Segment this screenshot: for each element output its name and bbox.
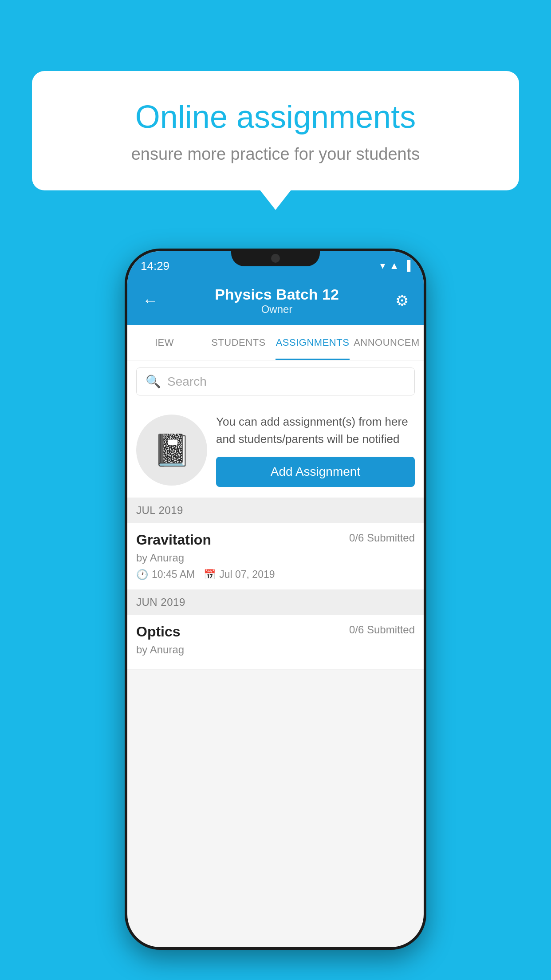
assignment-name-optics: Optics <box>136 624 181 640</box>
tab-assignments[interactable]: ASSIGNMENTS <box>276 325 350 360</box>
phone-notch <box>231 249 320 266</box>
calendar-icon: 📅 <box>204 569 216 581</box>
phone-frame: 14:29 ▾ ▲ ▐ ← Physics Batch 12 Owner ⚙ I… <box>125 249 426 950</box>
wifi-icon: ▾ <box>380 260 385 272</box>
assignment-submitted-optics: 0/6 Submitted <box>349 624 415 636</box>
app-bar-subtitle: Owner <box>163 303 391 316</box>
phone-camera <box>271 254 280 263</box>
assignment-by: by Anurag <box>136 552 415 564</box>
assignment-by-optics: by Anurag <box>136 644 415 656</box>
promo-section: 📓 You can add assignment(s) from here an… <box>127 403 424 498</box>
signal-icon: ▲ <box>390 260 399 272</box>
promo-text: You can add assignment(s) from here and … <box>216 413 415 448</box>
clock-icon: 🕐 <box>136 569 148 581</box>
table-row[interactable]: Gravitation 0/6 Submitted by Anurag 🕐 10… <box>127 523 424 590</box>
add-assignment-button[interactable]: Add Assignment <box>216 457 415 487</box>
assignment-header-optics: Optics 0/6 Submitted <box>136 624 415 640</box>
battery-icon: ▐ <box>403 260 410 272</box>
back-button[interactable]: ← <box>138 287 163 314</box>
speech-bubble-container: Online assignments ensure more practice … <box>32 71 519 190</box>
assignment-time-value: 10:45 AM <box>152 569 195 581</box>
assignment-date: 📅 Jul 07, 2019 <box>204 569 275 581</box>
tab-iew-label: IEW <box>155 337 174 348</box>
search-input-wrapper[interactable]: 🔍 Search <box>136 368 415 395</box>
month-header-jul: JUL 2019 <box>127 498 424 523</box>
notebook-icon: 📓 <box>153 432 191 468</box>
status-icons: ▾ ▲ ▐ <box>380 260 410 272</box>
assignment-time: 🕐 10:45 AM <box>136 569 195 581</box>
settings-button[interactable]: ⚙ <box>391 287 413 314</box>
assignment-submitted: 0/6 Submitted <box>349 532 415 544</box>
speech-bubble-subtitle: ensure more practice for your students <box>63 145 488 164</box>
assignment-meta: 🕐 10:45 AM 📅 Jul 07, 2019 <box>136 569 415 581</box>
promo-content: You can add assignment(s) from here and … <box>216 413 415 487</box>
assignment-name: Gravitation <box>136 532 211 548</box>
tabs-bar: IEW STUDENTS ASSIGNMENTS ANNOUNCEM <box>127 325 424 360</box>
tab-announcements[interactable]: ANNOUNCEM <box>350 325 424 360</box>
search-input[interactable]: Search <box>167 375 207 389</box>
app-bar-title-section: Physics Batch 12 Owner <box>163 286 391 316</box>
app-bar-title: Physics Batch 12 <box>163 286 391 303</box>
month-header-jun: JUN 2019 <box>127 590 424 615</box>
promo-icon-circle: 📓 <box>136 415 207 486</box>
search-icon: 🔍 <box>146 374 161 389</box>
tab-assignments-label: ASSIGNMENTS <box>276 337 350 348</box>
tab-announcements-label: ANNOUNCEM <box>354 337 420 348</box>
phone-screen: 14:29 ▾ ▲ ▐ ← Physics Batch 12 Owner ⚙ I… <box>127 251 424 947</box>
tab-students[interactable]: STUDENTS <box>201 325 276 360</box>
status-time: 14:29 <box>141 259 169 273</box>
assignment-header: Gravitation 0/6 Submitted <box>136 532 415 548</box>
app-bar: ← Physics Batch 12 Owner ⚙ <box>127 276 424 325</box>
speech-bubble-title: Online assignments <box>63 98 488 136</box>
speech-bubble: Online assignments ensure more practice … <box>32 71 519 190</box>
table-row[interactable]: Optics 0/6 Submitted by Anurag <box>127 615 424 670</box>
search-container: 🔍 Search <box>127 360 424 403</box>
tab-students-label: STUDENTS <box>211 337 266 348</box>
assignment-date-value: Jul 07, 2019 <box>219 569 275 581</box>
tab-iew[interactable]: IEW <box>127 325 201 360</box>
